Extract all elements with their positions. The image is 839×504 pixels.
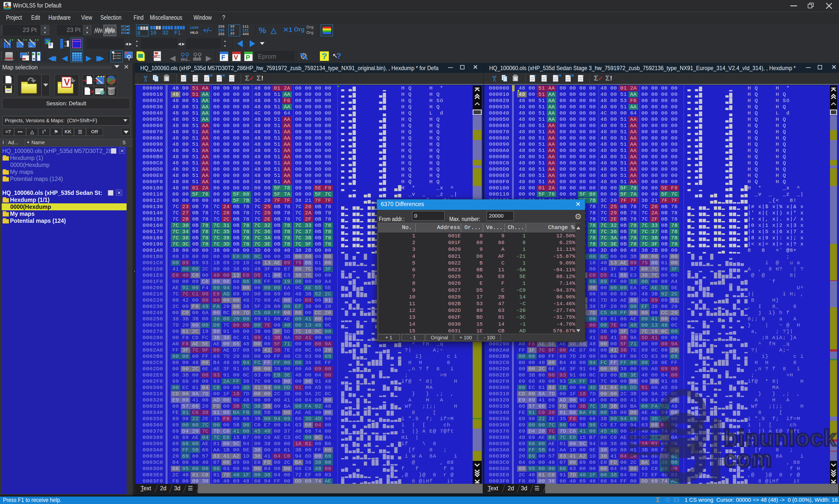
svg-text:com: com [724,446,772,471]
